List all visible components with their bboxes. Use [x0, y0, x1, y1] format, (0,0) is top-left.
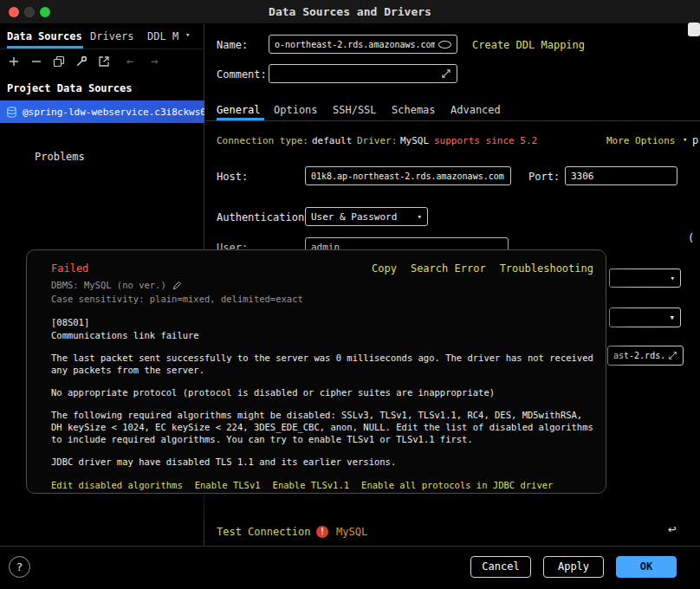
search-error-link[interactable]: Search Error — [411, 262, 486, 275]
host-input[interactable]: 01k8.ap-northeast-2.rds.amazonaws.com — [305, 166, 511, 185]
url-value-fragment: ast-2.rds. — [613, 351, 668, 360]
enable-tlsv1-1-link[interactable]: Enable TLSv1.1 — [273, 479, 350, 491]
clipped-dropdown-2[interactable]: ▾ — [609, 307, 681, 327]
authentication-value: User & Password — [311, 211, 414, 223]
tab-advanced[interactable]: Advanced — [450, 104, 501, 116]
edit-disabled-algorithms-link[interactable]: Edit disabled algorithms — [51, 479, 183, 491]
name-value: o-northeast-2.rds.amazonaws.com — [275, 40, 435, 49]
divider — [205, 120, 700, 121]
port-input[interactable]: 3306 — [565, 166, 677, 185]
tab-general[interactable]: General — [217, 104, 261, 116]
chevron-down-icon[interactable]: ▾ — [683, 135, 687, 144]
dbms-info-text: DBMS: MySQL (no ver.) — [51, 279, 166, 291]
connection-error-popup: Failed Copy Search Error Troubleshooting… — [26, 249, 606, 494]
add-data-source-button[interactable] — [5, 53, 23, 70]
clipped-dropdown-1[interactable]: ▾ — [609, 269, 681, 288]
driver-support-note: supports since 5.2 — [434, 135, 537, 146]
error-title: Communications link failure — [51, 329, 593, 341]
duplicate-icon[interactable] — [50, 53, 68, 70]
name-label: Name: — [217, 39, 248, 51]
enable-tlsv1-link[interactable]: Enable TLSv1 — [195, 479, 261, 491]
tab-drivers[interactable]: Drivers — [90, 30, 134, 42]
tab-data-sources[interactable]: Data Sources — [7, 30, 82, 42]
case-sensitivity-line: Case sensitivity: plain=mixed, delimited… — [51, 293, 593, 305]
error-code: [08S01] — [51, 316, 593, 328]
close-window-button[interactable] — [9, 7, 19, 17]
driver-label: Driver: — [357, 135, 397, 146]
test-connection-link[interactable]: Test Connection — [217, 526, 310, 538]
comment-label: Comment: — [217, 68, 267, 81]
data-sources-dialog: Data Sources and Drivers Data Sources Dr… — [0, 0, 700, 589]
chevron-down-icon: ▾ — [667, 274, 675, 282]
open-in-editor-icon[interactable] — [95, 53, 113, 70]
cancel-button[interactable]: Cancel — [470, 556, 531, 578]
port-value: 3306 — [571, 171, 671, 182]
connection-type-value[interactable]: default — [312, 135, 352, 146]
name-input[interactable]: o-northeast-2.rds.amazonaws.com — [269, 35, 457, 54]
create-ddl-mapping-link[interactable]: Create DDL Mapping — [472, 39, 585, 51]
pencil-icon[interactable] — [172, 280, 183, 291]
minimize-window-button[interactable] — [24, 7, 35, 17]
error-paragraph-3: The following required algorithms might … — [51, 409, 593, 445]
tab-ssh-ssl[interactable]: SSH/SSL — [333, 104, 377, 116]
help-button[interactable]: ? — [9, 556, 30, 578]
cutoff-fragment-box — [688, 23, 700, 36]
error-paragraph-2: No appropriate protocol (protocol is dis… — [51, 386, 593, 398]
forward-arrow-icon[interactable]: → — [151, 54, 158, 68]
error-badge-icon: ! — [316, 526, 328, 538]
divider — [0, 49, 204, 49]
ok-button[interactable]: OK — [616, 556, 677, 578]
dialog-footer: ? Cancel Apply OK — [0, 546, 700, 589]
chevron-down-icon: ▾ — [414, 212, 422, 221]
copy-link[interactable]: Copy — [372, 262, 397, 275]
cutoff-fragment-text: p — [692, 134, 698, 146]
popup-actions: Copy Search Error Troubleshooting — [372, 262, 593, 275]
project-data-sources-header: Project Data Sources — [7, 82, 133, 94]
chevron-down-icon: ▾ — [665, 312, 675, 323]
remove-data-source-button[interactable] — [28, 53, 45, 70]
authentication-label: Authentication: — [217, 211, 310, 223]
history-oval-icon[interactable] — [438, 41, 451, 49]
host-label: Host: — [217, 171, 248, 183]
apply-button[interactable]: Apply — [543, 556, 604, 578]
driver-value[interactable]: MySQL — [400, 135, 429, 146]
enable-all-protocols-link[interactable]: Enable all protocols in JDBC driver — [361, 479, 553, 491]
comment-input[interactable] — [269, 64, 457, 83]
clipped-url-input[interactable]: ast-2.rds. — [607, 346, 684, 366]
revert-icon[interactable]: ↩ — [668, 521, 677, 537]
chevron-down-icon[interactable]: ▾ — [185, 30, 190, 39]
tab-ddl-mappings[interactable]: DDL M — [147, 30, 178, 42]
data-source-name: @spring-ldw-webservice.c3i8ckws01 — [23, 107, 204, 118]
wrench-icon[interactable] — [73, 53, 90, 70]
error-paragraph-4: JDBC driver may have disabled TLS 1.1 an… — [51, 456, 593, 468]
troubleshooting-link[interactable]: Troubleshooting — [500, 262, 593, 275]
database-icon — [5, 106, 18, 119]
test-connection-db[interactable]: MySQL — [336, 526, 367, 538]
more-options-link[interactable]: More Options — [606, 135, 675, 146]
data-source-list-item[interactable]: @spring-ldw-webservice.c3i8ckws01 — [0, 100, 204, 123]
tab-schemas[interactable]: Schemas — [392, 104, 436, 116]
titlebar: Data Sources and Drivers — [0, 0, 700, 24]
failed-status: Failed — [51, 262, 88, 275]
dbms-info-line: DBMS: MySQL (no ver.) — [51, 279, 593, 291]
zoom-window-button[interactable] — [40, 7, 50, 17]
popup-header: Failed Copy Search Error Troubleshooting — [51, 262, 593, 275]
expand-icon[interactable] — [441, 68, 451, 79]
authentication-select[interactable]: User & Password ▾ — [305, 207, 428, 226]
port-label: Port: — [528, 171, 560, 183]
window-title: Data Sources and Drivers — [0, 0, 700, 24]
cutoff-fragment-paren: ( — [688, 232, 694, 244]
problems-label[interactable]: Problems — [35, 151, 85, 163]
back-arrow-icon[interactable]: ← — [126, 54, 133, 68]
connection-type-label: Connection type: — [217, 135, 308, 146]
expand-icon[interactable] — [668, 351, 677, 360]
host-value: 01k8.ap-northeast-2.rds.amazonaws.com — [311, 172, 505, 181]
tab-options[interactable]: Options — [274, 104, 318, 116]
popup-fix-links: Edit disabled algorithms Enable TLSv1 En… — [51, 479, 593, 491]
error-paragraph-1: The last packet sent successfully to the… — [51, 352, 593, 376]
